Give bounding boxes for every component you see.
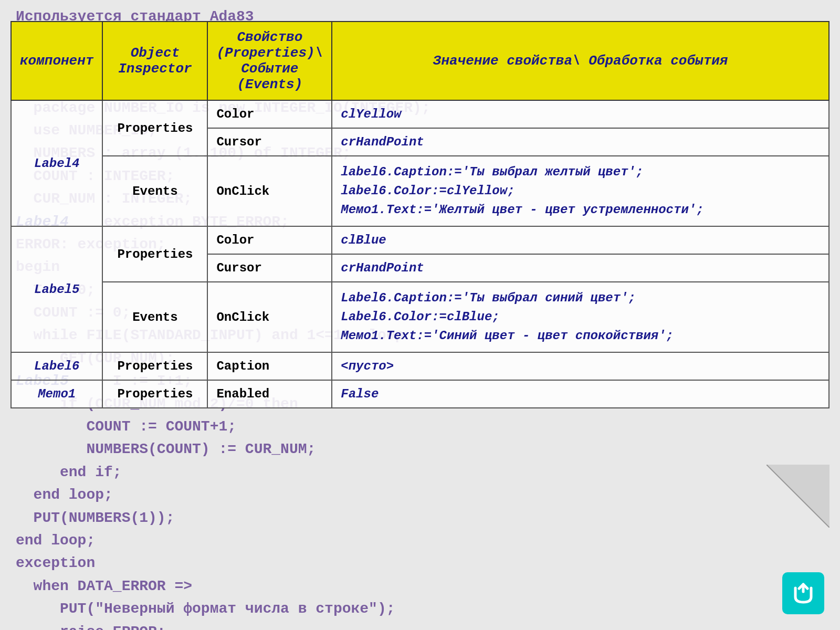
header-inspector: Object Inspector [102,22,207,100]
inspector-events-1: Events [102,156,207,226]
header-property-text: Свойство (Properties)\Событие (Events) [216,29,323,92]
dogear-decoration [766,465,830,528]
property-color-1: Color [207,100,332,128]
inspector-properties-1: Properties [102,100,207,156]
property-caption: Caption [207,352,332,380]
component-memo1: Memo1 [11,380,102,408]
table-row: Label6 Properties Caption <пусто> [11,352,829,380]
properties-label-2: Properties [117,247,193,261]
table-row: Events OnClick label6.Caption:='Ты выбра… [11,156,829,226]
events-label-1: Events [132,184,177,198]
component-label5: Label5 [11,226,102,352]
inspector-properties-3: Properties [102,352,207,380]
label5-text: Label5 [34,282,79,297]
scroll-up-button[interactable] [782,572,824,614]
inspector-properties-4: Properties [102,380,207,408]
properties-label-1: Properties [117,121,193,135]
properties-table: компонент Object Inspector Свойство (Pro… [10,21,830,408]
value-caption: <пусто> [332,352,829,380]
header-value: Значение свойства\ Обработка события [332,22,829,100]
header-component: компонент [11,22,102,100]
value-enabled: False [332,380,829,408]
table-row: Label5 Properties Color clBlue [11,226,829,254]
property-enabled: Enabled [207,380,332,408]
value-cursor-1: crHandPoint [332,128,829,156]
value-color-1: clYellow [332,100,829,128]
header-value-text: Значение свойства\ Обработка события [433,53,728,69]
label6-text: Label6 [34,359,79,373]
table-row: Events OnClick Label6.Caption:='Ты выбра… [11,282,829,352]
value-onclick-2: Label6.Caption:='Ты выбрал синий цвет';L… [332,282,829,352]
table-row: Memo1 Properties Enabled False [11,380,829,408]
table-header-row: компонент Object Inspector Свойство (Pro… [11,22,829,100]
value-onclick-1: label6.Caption:='Ты выбрал желтый цвет';… [332,156,829,226]
table-row: Label4 Properties Color clYellow [11,100,829,128]
inspector-events-2: Events [102,282,207,352]
properties-label-4: Properties [117,387,193,401]
properties-label-3: Properties [117,359,193,373]
header-property: Свойство (Properties)\Событие (Events) [207,22,332,100]
value-cursor-2: crHandPoint [332,254,829,282]
component-label4: Label4 [11,100,102,226]
property-cursor-2: Cursor [207,254,332,282]
value-color-2: clBlue [332,226,829,254]
property-onclick-2: OnClick [207,282,332,352]
memo1-text: Memo1 [38,387,76,401]
main-table-container: компонент Object Inspector Свойство (Pro… [10,21,830,408]
inspector-properties-2: Properties [102,226,207,282]
events-label-2: Events [132,310,177,324]
property-color-2: Color [207,226,332,254]
property-onclick-1: OnClick [207,156,332,226]
label4-text: Label4 [34,156,79,171]
property-cursor-1: Cursor [207,128,332,156]
component-label6: Label6 [11,352,102,380]
